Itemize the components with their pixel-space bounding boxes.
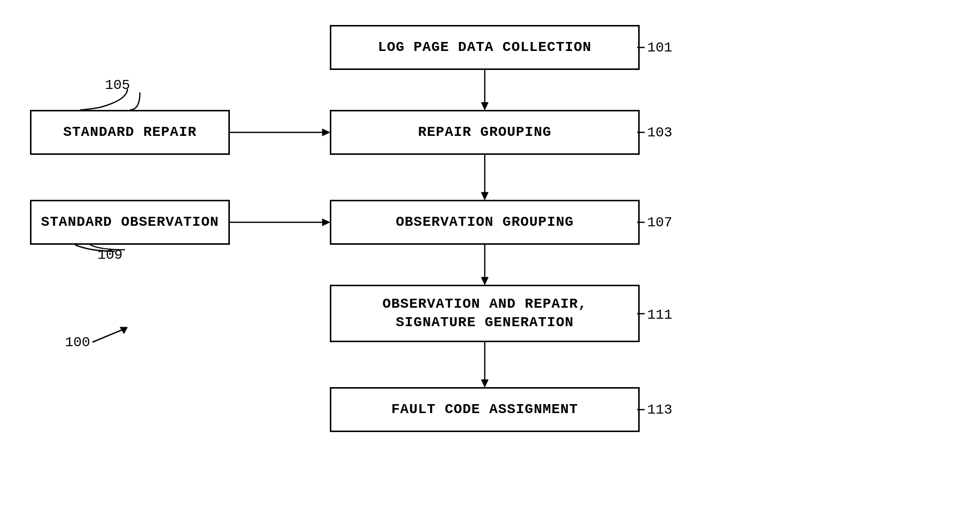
connectors (0, 0, 980, 516)
ref-101: 101 (647, 40, 672, 55)
svg-marker-5 (481, 277, 488, 285)
svg-marker-3 (481, 192, 488, 200)
fault-code-box: FAULT CODE ASSIGNMENT (330, 387, 640, 432)
log-page-label: LOG PAGE DATA COLLECTION (378, 38, 591, 56)
ref-107: 107 (647, 215, 672, 230)
svg-marker-13 (120, 327, 127, 334)
observation-grouping-box: OBSERVATION GROUPING (330, 200, 640, 245)
ref-100: 100 (65, 335, 90, 350)
obs-repair-sig-label: OBSERVATION AND REPAIR,SIGNATURE GENERAT… (382, 295, 587, 332)
observation-grouping-label: OBSERVATION GROUPING (396, 213, 574, 231)
svg-line-12 (92, 330, 122, 342)
repair-grouping-box: REPAIR GROUPING (330, 110, 640, 155)
ref-113: 113 (647, 402, 672, 418)
standard-repair-box: STANDARD REPAIR (30, 110, 230, 155)
ref-111: 111 (647, 307, 672, 323)
diagram-container: LOG PAGE DATA COLLECTION REPAIR GROUPING… (0, 0, 980, 516)
log-page-data-collection-box: LOG PAGE DATA COLLECTION (330, 25, 640, 70)
ref-109: 109 (97, 247, 122, 263)
svg-marker-7 (481, 380, 488, 387)
ref-105: 105 (105, 77, 130, 93)
svg-marker-1 (481, 102, 488, 110)
svg-marker-9 (322, 129, 330, 136)
svg-marker-11 (322, 219, 330, 226)
repair-grouping-label: REPAIR GROUPING (418, 123, 551, 141)
standard-observation-label: STANDARD OBSERVATION (41, 213, 219, 231)
fault-code-label: FAULT CODE ASSIGNMENT (391, 401, 578, 419)
ref-lines (0, 0, 980, 516)
standard-observation-box: STANDARD OBSERVATION (30, 200, 230, 245)
ref-103: 103 (647, 125, 672, 140)
standard-repair-label: STANDARD REPAIR (63, 123, 196, 141)
obs-repair-sig-box: OBSERVATION AND REPAIR,SIGNATURE GENERAT… (330, 285, 640, 342)
